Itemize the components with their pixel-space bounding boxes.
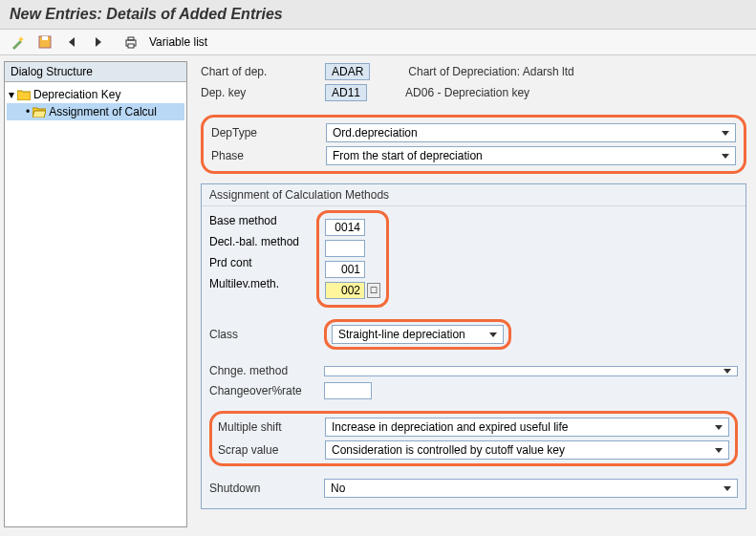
dep-key-value: AD11 — [325, 84, 367, 101]
multiple-shift-label: Multiple shift — [218, 420, 325, 434]
row-dep-key: Dep. key AD11 AD06 - Depreciation key — [201, 84, 746, 101]
chevron-down-icon — [722, 131, 729, 136]
chart-of-dep-desc: Chart of Depreciation: Adarsh ltd — [408, 65, 573, 78]
chart-of-dep-value: ADAR — [325, 63, 370, 80]
bullet-icon: • — [26, 105, 30, 118]
chart-of-dep-label: Chart of dep. — [201, 65, 325, 78]
scrap-value-value: Consideration is controlled by cutoff va… — [332, 443, 565, 457]
row-scrap-value: Scrap value Consideration is controlled … — [218, 440, 729, 460]
multilev-label: Multilev.meth. — [209, 273, 316, 294]
chevron-down-icon — [724, 486, 731, 491]
svg-rect-4 — [128, 44, 134, 48]
scrap-value-label: Scrap value — [218, 443, 325, 457]
chnge-method-select[interactable] — [324, 366, 738, 376]
svg-rect-3 — [128, 37, 134, 40]
deptype-value: Ord.depreciation — [333, 126, 418, 139]
decl-bal-label: Decl.-bal. method — [209, 231, 316, 252]
row-class: Class Straight-line depreciation — [202, 317, 745, 352]
prd-cont-input[interactable]: 001 — [325, 261, 365, 278]
tree-node-assignment[interactable]: • Assignment of Calcul — [7, 103, 184, 120]
phase-label: Phase — [211, 149, 326, 162]
highlight-methods: 0014 001 002 ☐ — [316, 210, 389, 308]
row-chnge-method: Chnge. method — [202, 361, 745, 380]
scrap-value-select[interactable]: Consideration is controlled by cutoff va… — [325, 440, 729, 460]
main-area: Dialog Structure ▾ Depreciation Key • As… — [0, 55, 756, 533]
highlight-dep-phase: DepType Ord.depreciation Phase From the … — [201, 115, 746, 174]
row-deptype: DepType Ord.depreciation — [211, 123, 736, 142]
base-method-input[interactable]: 0014 — [325, 219, 365, 236]
dep-key-label: Dep. key — [201, 86, 325, 99]
phase-value: From the start of depreciation — [333, 149, 483, 162]
content-panel: Chart of dep. ADAR Chart of Depreciation… — [191, 55, 756, 533]
svg-rect-1 — [42, 36, 48, 40]
shutdown-value: No — [331, 482, 345, 495]
save-icon[interactable] — [36, 33, 54, 51]
prd-cont-label: Prd cont — [209, 252, 316, 273]
multiple-shift-select[interactable]: Increase in depreciation and expired use… — [325, 418, 729, 437]
deptype-label: DepType — [211, 126, 326, 139]
chevron-down-icon — [715, 448, 723, 453]
calc-methods-title: Assignment of Calculation Methods — [202, 184, 745, 206]
multilev-input[interactable]: 002 — [325, 282, 365, 299]
chevron-down-icon — [489, 332, 497, 337]
class-label: Class — [209, 328, 324, 341]
expand-icon[interactable]: ▾ — [9, 88, 14, 101]
f4-help-icon[interactable]: ☐ — [367, 283, 380, 298]
base-method-label: Base method — [209, 210, 316, 231]
tree-node-depreciation-key[interactable]: ▾ Depreciation Key — [7, 86, 184, 103]
class-value: Straight-line depreciation — [338, 328, 465, 341]
toolbar: Variable list — [0, 30, 756, 55]
chevron-down-icon — [724, 369, 731, 374]
deptype-select[interactable]: Ord.depreciation — [326, 123, 736, 142]
row-multiple-shift: Multiple shift Increase in depreciation … — [218, 418, 729, 437]
dialog-structure-header: Dialog Structure — [5, 62, 186, 82]
multiple-shift-value: Increase in depreciation and expired use… — [332, 420, 569, 434]
folder-open-icon — [32, 107, 46, 118]
wand-icon[interactable] — [10, 33, 27, 51]
chevron-down-icon — [722, 154, 729, 159]
page-title: New Entries: Details of Added Entries — [10, 6, 746, 23]
row-shutdown: Shutdown No — [202, 476, 745, 501]
highlight-class: Straight-line depreciation — [324, 319, 511, 350]
calc-methods-group: Assignment of Calculation Methods Base m… — [201, 183, 746, 509]
class-select[interactable]: Straight-line depreciation — [332, 325, 504, 344]
row-phase: Phase From the start of depreciation — [211, 146, 736, 165]
tree: ▾ Depreciation Key • Assignment of Calcu… — [5, 82, 186, 124]
row-changeover-rate: Changeover%rate — [202, 380, 745, 401]
dep-key-desc: AD06 - Depreciation key — [405, 86, 529, 99]
chnge-method-label: Chnge. method — [209, 364, 324, 377]
title-bar: New Entries: Details of Added Entries — [0, 0, 756, 30]
tree-label: Assignment of Calcul — [49, 105, 157, 118]
dialog-structure-panel: Dialog Structure ▾ Depreciation Key • As… — [4, 61, 187, 527]
prev-icon[interactable] — [63, 33, 80, 51]
row-chart-of-dep: Chart of dep. ADAR Chart of Depreciation… — [201, 63, 746, 80]
folder-icon — [17, 90, 31, 100]
shutdown-label: Shutdown — [209, 482, 324, 495]
highlight-shift-scrap: Multiple shift Increase in depreciation … — [209, 411, 738, 466]
decl-bal-input[interactable] — [325, 240, 365, 257]
next-icon[interactable] — [90, 33, 107, 51]
print-icon[interactable] — [122, 33, 140, 51]
phase-select[interactable]: From the start of depreciation — [326, 146, 736, 165]
shutdown-select[interactable]: No — [324, 479, 738, 498]
changeover-rate-label: Changeover%rate — [209, 384, 324, 397]
chevron-down-icon — [715, 425, 723, 430]
variable-list-button[interactable]: Variable list — [149, 35, 207, 49]
tree-label: Depreciation Key — [33, 88, 120, 101]
changeover-rate-input[interactable] — [324, 382, 372, 399]
